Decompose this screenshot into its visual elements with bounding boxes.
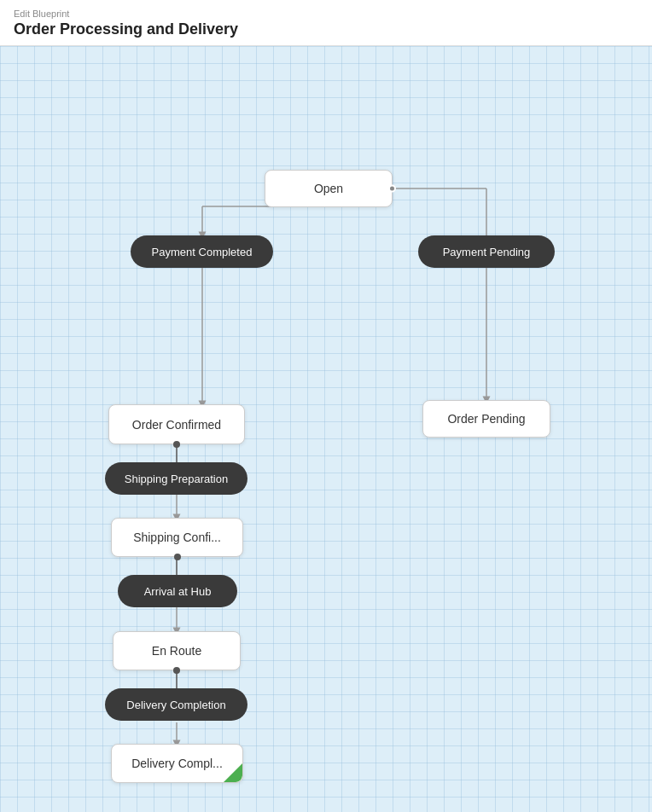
node-shipping-confirmed-label: Shipping Confi... xyxy=(133,531,221,544)
green-corner-indicator xyxy=(224,763,242,782)
header-subtitle: Edit Blueprint xyxy=(14,9,638,19)
node-shipping-confirmed[interactable]: Shipping Confi... xyxy=(111,518,243,557)
connectors-svg xyxy=(0,46,652,812)
node-delivery-completed-label: Delivery Compl... xyxy=(131,757,223,770)
node-payment-completed-label: Payment Completed xyxy=(152,246,253,258)
node-payment-completed[interactable]: Payment Completed xyxy=(131,235,273,268)
header: Edit Blueprint Order Processing and Deli… xyxy=(0,0,652,46)
node-order-confirmed-label: Order Confirmed xyxy=(132,418,221,432)
blueprint-canvas: Open Payment Completed Payment Pending O… xyxy=(0,46,652,812)
node-payment-pending[interactable]: Payment Pending xyxy=(418,235,555,268)
node-open[interactable]: Open xyxy=(265,170,393,207)
node-delivery-completion-label: Delivery Completion xyxy=(126,699,225,711)
node-open-label: Open xyxy=(314,182,343,195)
node-order-confirmed[interactable]: Order Confirmed xyxy=(108,404,245,444)
node-delivery-completion[interactable]: Delivery Completion xyxy=(105,688,247,721)
node-shipping-preparation-label: Shipping Preparation xyxy=(125,473,228,485)
node-arrival-at-hub-label: Arrival at Hub xyxy=(144,585,212,598)
node-shipping-preparation[interactable]: Shipping Preparation xyxy=(105,462,247,495)
node-payment-pending-label: Payment Pending xyxy=(443,246,531,258)
node-arrival-at-hub[interactable]: Arrival at Hub xyxy=(118,575,237,607)
header-title: Order Processing and Delivery xyxy=(14,20,638,38)
node-en-route[interactable]: En Route xyxy=(113,631,241,670)
node-en-route-label: En Route xyxy=(152,644,201,658)
node-order-pending[interactable]: Order Pending xyxy=(422,400,550,438)
node-delivery-completed[interactable]: Delivery Compl... xyxy=(111,744,243,783)
node-order-pending-label: Order Pending xyxy=(447,412,525,426)
